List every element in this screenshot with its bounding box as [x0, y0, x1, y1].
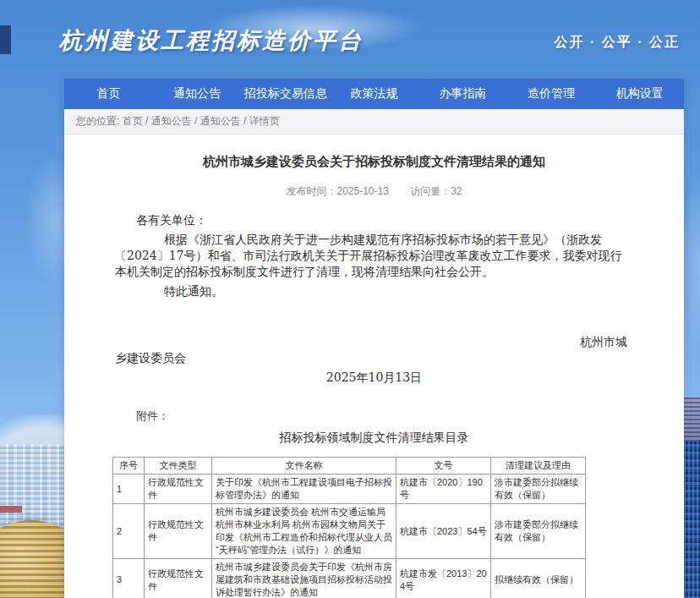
- cell-number: 杭建市发〔2013〕204号: [396, 559, 491, 598]
- trees-decoration: [0, 538, 64, 560]
- column-header-type: 文件类型: [145, 458, 212, 475]
- cell-advice: 涉市建委部分拟继续有效（保留）: [491, 475, 586, 504]
- cell-type: 行政规范性文件: [145, 559, 212, 598]
- table-row: 2 行政规范性文件 杭州市城乡建设委员会 杭州市交通运输局 杭州市林业水利局 杭…: [113, 504, 586, 559]
- page-title: 杭州市城乡建设委员会关于招标投标制度文件清理结果的通知: [115, 153, 633, 170]
- attachment-title: 招标投标领域制度文件清理结果目录: [115, 430, 633, 446]
- table-row: 3 行政规范性文件 杭州市城乡建设委员会关于印发《杭州市房屋建筑和市政基础设施项…: [113, 559, 586, 598]
- cell-type: 行政规范性文件: [145, 475, 212, 504]
- cell-index: 2: [113, 504, 145, 559]
- city-skyline-image: [0, 364, 64, 598]
- signature: 杭州市城乡建设委员会: [115, 334, 633, 366]
- site-title: 杭州建设工程招标造价平台: [59, 25, 364, 56]
- site-header: 杭州建设工程招标造价平台 公开 · 公平 · 公正: [0, 0, 700, 78]
- attachment-label: 附件：: [136, 408, 633, 424]
- cleanup-results-table: 序号 文件类型 文件名称 文号 清理建议及理由 1 行政规范性文件 关于印发《杭…: [112, 457, 586, 598]
- cell-advice: 拟继续有效（保留）: [491, 559, 586, 598]
- cell-type: 行政规范性文件: [145, 504, 212, 559]
- cell-name: 杭州市城乡建设委员会关于印发《杭州市房屋建筑和市政基础设施项目招标投标活动投诉处…: [212, 559, 396, 598]
- skyscraper-glass-decoration: [684, 442, 700, 598]
- table-header-row: 序号 文件类型 文件名称 文号 清理建议及理由: [113, 458, 586, 475]
- view-count: 访问量：32: [410, 185, 462, 197]
- letter-date: 2025年10月13日: [115, 370, 633, 386]
- column-header-name: 文件名称: [212, 458, 396, 475]
- nav-item-cost-mgmt[interactable]: 造价管理: [507, 79, 596, 109]
- salutation: 各有关单位：: [136, 212, 633, 228]
- buildings-decoration: [0, 444, 64, 546]
- cell-number: 杭建市〔2020〕190号: [396, 475, 491, 504]
- skyscraper-image: [684, 398, 700, 598]
- red-roof-decoration: [0, 506, 22, 513]
- nav-item-home[interactable]: 首页: [64, 79, 153, 109]
- cell-advice: 涉市建委部分拟继续有效（保留）: [491, 504, 586, 559]
- cell-name: 杭州市城乡建设委员会 杭州市交通运输局 杭州市林业水利局 杭州市园林文物局关于印…: [212, 504, 396, 559]
- cell-number: 杭建市〔2023〕54号: [396, 504, 491, 559]
- mountains-decoration: [0, 414, 64, 474]
- main-panel: 首页 通知公告 招投标交易信息 政策法规 办事指南 造价管理 机构设置 您的位置…: [64, 79, 684, 598]
- publish-date: 发布时间：2025-10-13: [286, 185, 388, 197]
- nav-item-bidding-info[interactable]: 招投标交易信息: [241, 79, 330, 109]
- nav-item-notices[interactable]: 通知公告: [153, 79, 242, 109]
- nav-item-guide[interactable]: 办事指南: [418, 79, 507, 109]
- site-slogan: 公开 · 公平 · 公正: [555, 34, 680, 52]
- main-navigation: 首页 通知公告 招投标交易信息 政策法规 办事指南 造价管理 机构设置: [64, 79, 684, 109]
- column-header-number: 文号: [396, 458, 491, 475]
- column-header-advice: 清理建议及理由: [491, 458, 586, 475]
- closing-line: 特此通知。: [115, 283, 633, 299]
- cell-index: 1: [113, 475, 145, 504]
- breadcrumb-text[interactable]: 您的位置: 首页 / 通知公告 / 通知公告 / 详情页: [76, 114, 280, 129]
- cell-index: 3: [113, 559, 145, 598]
- column-header-index: 序号: [113, 458, 145, 475]
- golden-sphere-building-decoration: [0, 520, 64, 598]
- notice-paragraph: 根据《浙江省人民政府关于进一步构建规范有序招标投标市场的若干意见》（浙政发〔20…: [115, 232, 633, 280]
- river-decoration: [0, 557, 64, 598]
- breadcrumb: 您的位置: 首页 / 通知公告 / 通知公告 / 详情页: [64, 109, 684, 134]
- skyscraper-top-decoration: [684, 398, 700, 442]
- article-meta: 发布时间：2025-10-13 访问量：32: [115, 184, 633, 199]
- article-content: 杭州市城乡建设委员会关于招标投标制度文件清理结果的通知 发布时间：2025-10…: [64, 134, 684, 598]
- cell-name: 关于印发《杭州市工程建设项目电子招标投标管理办法》的通知: [212, 475, 396, 504]
- nav-item-policies[interactable]: 政策法规: [330, 79, 418, 109]
- nav-item-organization[interactable]: 机构设置: [595, 79, 684, 109]
- table-row: 1 行政规范性文件 关于印发《杭州市工程建设项目电子招标投标管理办法》的通知 杭…: [113, 475, 586, 504]
- notice-letter: 各有关单位： 根据《浙江省人民政府关于进一步构建规范有序招标投标市场的若干意见》…: [115, 212, 633, 446]
